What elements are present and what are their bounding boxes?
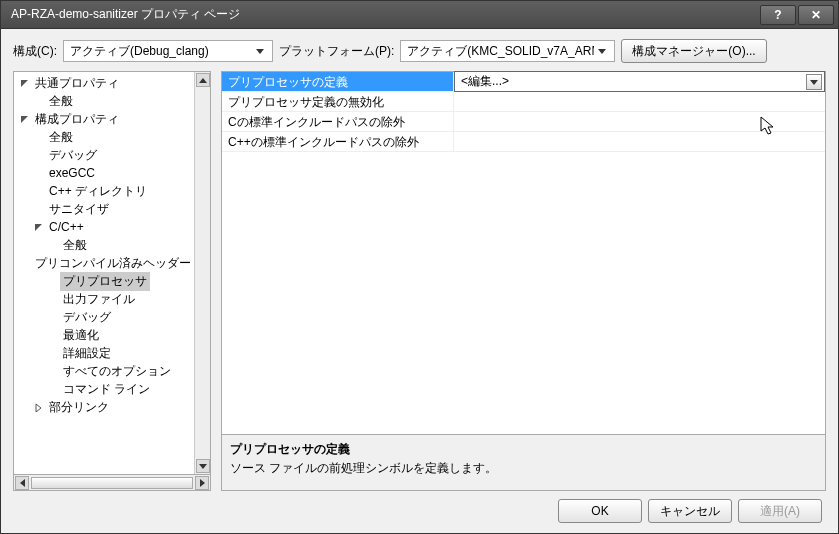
expander-open-icon[interactable] [18,113,30,125]
apply-button[interactable]: 適用(A) [738,499,822,523]
client-area: 構成(C): アクティブ(Debug_clang) プラットフォーム(P): ア… [1,29,838,533]
config-manager-button[interactable]: 構成マネージャー(O)... [621,39,766,63]
property-name: プリプロセッサ定義の無効化 [222,92,454,111]
tree-node[interactable]: 全般 [14,92,194,110]
scroll-thumb[interactable] [31,477,193,489]
property-row[interactable]: プリプロセッサの定義<編集...> [222,72,825,92]
tree-node-label: 全般 [46,92,76,111]
tree-node[interactable]: 最適化 [14,326,194,344]
expander-none [46,383,58,395]
tree-node-label: 部分リンク [46,398,112,417]
tree-node[interactable]: サニタイザ [14,200,194,218]
tree-node-label: 詳細設定 [60,344,114,363]
dropdown-button[interactable] [806,74,822,90]
tree-node[interactable]: プリコンパイル済みヘッダー [14,254,194,272]
category-tree[interactable]: 共通プロパティ全般構成プロパティ全般デバッグexeGCCC++ ディレクトリサニ… [13,71,211,475]
tree-node-label: exeGCC [46,165,98,181]
chevron-down-icon [252,49,268,54]
property-row[interactable]: C++の標準インクルードパスの除外 [222,132,825,152]
tree-node[interactable]: 構成プロパティ [14,110,194,128]
tree-node-label: デバッグ [60,308,114,327]
property-grid[interactable]: プリプロセッサの定義<編集...>プリプロセッサ定義の無効化Cの標準インクルード… [221,71,826,435]
tree-node[interactable]: C/C++ [14,218,194,236]
config-row: 構成(C): アクティブ(Debug_clang) プラットフォーム(P): ア… [13,39,826,63]
expander-open-icon[interactable] [18,77,30,89]
right-pane: プリプロセッサの定義<編集...>プリプロセッサ定義の無効化Cの標準インクルード… [221,71,826,491]
scroll-right-button[interactable] [195,476,209,490]
tree-node[interactable]: デバッグ [14,146,194,164]
platform-combo[interactable]: アクティブ(KMC_SOLID_v7A_ARM [400,40,615,62]
property-value[interactable] [454,132,825,151]
platform-combo-value: アクティブ(KMC_SOLID_v7A_ARM [407,43,594,60]
expander-none [32,203,44,215]
help-button[interactable]: ? [760,5,796,25]
tree-node-label: 出力ファイル [60,290,138,309]
description-body: ソース ファイルの前処理シンボルを定義します。 [230,460,817,477]
expander-none [46,293,58,305]
config-combo[interactable]: アクティブ(Debug_clang) [63,40,273,62]
expander-none [46,239,58,251]
tree-node[interactable]: 出力ファイル [14,290,194,308]
tree-node[interactable]: 部分リンク [14,398,194,416]
property-row[interactable]: プリプロセッサ定義の無効化 [222,92,825,112]
window-title: AP-RZA-demo-sanitizer プロパティ ページ [5,6,758,23]
tree-node-label: 最適化 [60,326,102,345]
tree-node-label: プリプロセッサ [60,272,150,291]
tree-hscrollbar[interactable] [13,475,211,491]
edit-link[interactable]: <編集...> [461,73,509,90]
tree-node-label: C/C++ [46,219,87,235]
tree-node[interactable]: exeGCC [14,164,194,182]
tree-node[interactable]: C++ ディレクトリ [14,182,194,200]
tree-node[interactable]: 共通プロパティ [14,74,194,92]
expander-none [46,275,58,287]
tree-vscrollbar[interactable] [194,72,210,474]
property-row[interactable]: Cの標準インクルードパスの除外 [222,112,825,132]
tree-node[interactable]: プリプロセッサ [14,272,194,290]
tree-panel: 共通プロパティ全般構成プロパティ全般デバッグexeGCCC++ ディレクトリサニ… [13,71,211,491]
middle-row: 共通プロパティ全般構成プロパティ全般デバッグexeGCCC++ ディレクトリサニ… [13,71,826,491]
property-value[interactable]: <編集...> [454,71,825,92]
tree-node-label: コマンド ライン [60,380,153,399]
expander-none [32,149,44,161]
tree-node-label: デバッグ [46,146,100,165]
tree-node[interactable]: すべてのオプション [14,362,194,380]
scroll-up-button[interactable] [196,73,210,87]
tree-node-label: 全般 [60,236,90,255]
description-box: プリプロセッサの定義 ソース ファイルの前処理シンボルを定義します。 [221,435,826,491]
property-value[interactable] [454,92,825,111]
expander-none [46,365,58,377]
expander-none [46,329,58,341]
expander-none [26,257,30,269]
tree-node-label: 全般 [46,128,76,147]
cancel-button[interactable]: キャンセル [648,499,732,523]
chevron-down-icon [594,49,610,54]
property-name: Cの標準インクルードパスの除外 [222,112,454,131]
expander-none [32,131,44,143]
config-label: 構成(C): [13,43,57,60]
titlebar: AP-RZA-demo-sanitizer プロパティ ページ ? ✕ [1,1,838,29]
tree-node[interactable]: コマンド ライン [14,380,194,398]
expander-none [46,311,58,323]
tree-node[interactable]: 全般 [14,236,194,254]
property-page-window: AP-RZA-demo-sanitizer プロパティ ページ ? ✕ 構成(C… [0,0,839,534]
tree-node-label: 構成プロパティ [32,110,122,129]
close-button[interactable]: ✕ [798,5,834,25]
tree-node[interactable]: 全般 [14,128,194,146]
scroll-left-button[interactable] [15,476,29,490]
tree-node-label: 共通プロパティ [32,74,122,93]
description-title: プリプロセッサの定義 [230,441,817,458]
platform-label: プラットフォーム(P): [279,43,394,60]
tree-node-label: サニタイザ [46,200,112,219]
expander-none [46,347,58,359]
scroll-down-button[interactable] [196,459,210,473]
expander-closed-icon[interactable] [32,401,44,413]
tree-node-label: C++ ディレクトリ [46,182,150,201]
tree-node-label: すべてのオプション [60,362,174,381]
config-combo-value: アクティブ(Debug_clang) [70,43,252,60]
button-row: OK キャンセル 適用(A) [13,499,826,523]
expander-open-icon[interactable] [32,221,44,233]
ok-button[interactable]: OK [558,499,642,523]
property-value[interactable] [454,112,825,131]
tree-node[interactable]: デバッグ [14,308,194,326]
tree-node[interactable]: 詳細設定 [14,344,194,362]
